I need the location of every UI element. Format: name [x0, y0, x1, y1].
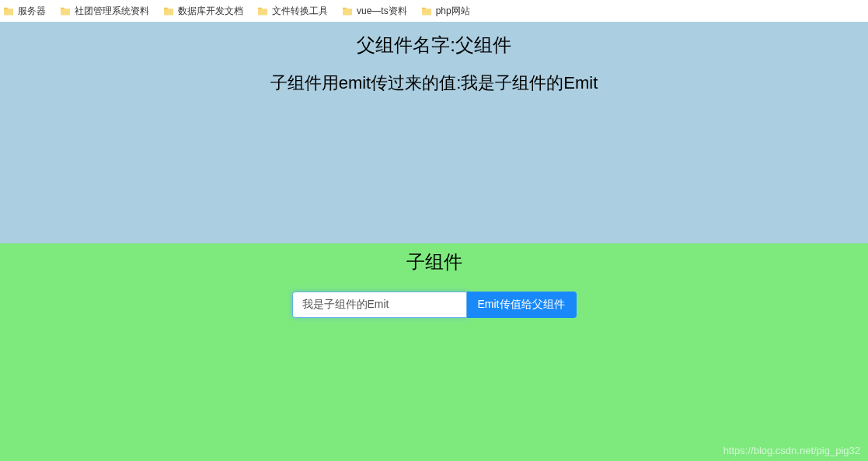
bookmark-item[interactable]: 服务器 [3, 5, 46, 18]
bookmark-label: 数据库开发文档 [178, 5, 243, 18]
bookmark-item[interactable]: 文件转换工具 [257, 5, 328, 18]
emit-input-group: Emit传值给父组件 [292, 292, 577, 318]
parent-emit-text: 子组件用emit传过来的值:我是子组件的Emit [0, 72, 868, 95]
emit-value-input[interactable] [292, 292, 467, 318]
bookmark-item[interactable]: 社团管理系统资料 [60, 5, 149, 18]
folder-icon [342, 6, 353, 16]
bookmark-item[interactable]: php网站 [421, 5, 470, 18]
parent-title: 父组件名字:父组件 [0, 33, 868, 58]
bookmark-item[interactable]: vue—ts资料 [342, 5, 407, 18]
bookmarks-bar: 服务器 社团管理系统资料 数据库开发文档 文件转换工具 vue—ts资料 php… [0, 0, 868, 22]
bookmark-label: 文件转换工具 [272, 5, 328, 18]
folder-icon [163, 6, 174, 16]
bookmark-label: 社团管理系统资料 [75, 5, 149, 18]
folder-icon [60, 6, 71, 16]
folder-icon [421, 6, 432, 16]
bookmark-label: php网站 [436, 5, 470, 18]
child-component-panel: 子组件 Emit传值给父组件 [0, 243, 868, 461]
parent-component-panel: 父组件名字:父组件 子组件用emit传过来的值:我是子组件的Emit [0, 22, 868, 243]
child-title: 子组件 [0, 250, 868, 274]
folder-icon [257, 6, 268, 16]
watermark: https://blog.csdn.net/pig_pig32 [723, 445, 860, 456]
bookmark-label: vue—ts资料 [357, 5, 407, 18]
emit-button[interactable]: Emit传值给父组件 [467, 292, 577, 318]
bookmark-label: 服务器 [18, 5, 46, 18]
folder-icon [3, 6, 14, 16]
bookmark-item[interactable]: 数据库开发文档 [163, 5, 243, 18]
